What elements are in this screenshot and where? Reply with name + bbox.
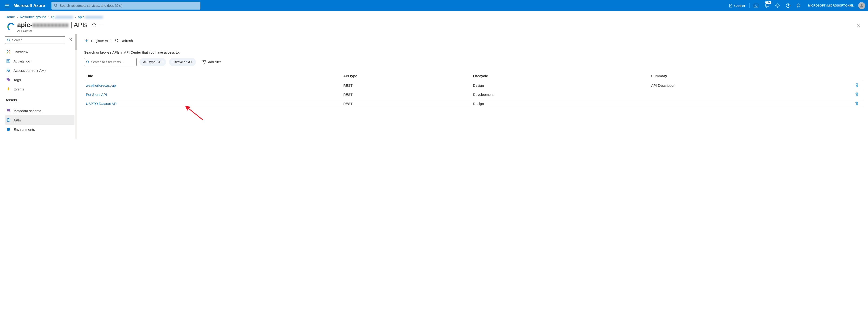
notification-badge: 20+ — [765, 1, 771, 4]
cloud-shell-icon[interactable] — [751, 0, 761, 11]
sidebar-item-label: Environments — [13, 128, 35, 132]
sidebar-search-input[interactable] — [12, 38, 63, 42]
crumb-rg-name[interactable]: rg-xxxxxxxxxx — [51, 15, 73, 19]
crumb-apic[interactable]: apic-xxxxxxxxxx — [78, 15, 103, 19]
sidebar-item-label: Overview — [13, 50, 28, 54]
feedback-icon[interactable] — [794, 0, 804, 11]
cell-apitype: REST — [341, 90, 471, 99]
account-label[interactable]: MICROSOFT (MICROSOFT.ONMI... — [804, 4, 858, 7]
crumb-home[interactable]: Home — [6, 15, 15, 19]
apis-icon — [6, 118, 11, 122]
hamburger-icon[interactable] — [2, 0, 12, 11]
cell-apitype: REST — [341, 81, 471, 90]
svg-point-22 — [7, 128, 10, 131]
sidebar-item-label: Tags — [13, 78, 21, 82]
svg-rect-17 — [7, 110, 8, 110]
page-subtitle: API Center — [17, 29, 88, 33]
sidebar: Overview Activity log Access control (IA… — [0, 34, 74, 139]
cell-apitype: REST — [341, 99, 471, 108]
help-icon[interactable] — [783, 0, 793, 11]
sidebar-item-tags[interactable]: Tags — [5, 75, 74, 84]
avatar[interactable] — [858, 2, 865, 9]
delete-icon[interactable] — [855, 92, 861, 96]
favorite-icon[interactable] — [92, 23, 96, 27]
svg-point-23 — [86, 61, 89, 63]
svg-point-6 — [7, 26, 9, 28]
cell-summary — [649, 99, 853, 108]
api-title-link[interactable]: Pet Store API — [86, 92, 107, 96]
global-search-input[interactable] — [60, 4, 198, 7]
page-header: apic-xxxxxxxxxx | APIs API Center ⋯ — [0, 19, 868, 34]
api-title-link[interactable]: weatherforecast-api — [86, 83, 117, 87]
more-icon[interactable]: ⋯ — [100, 23, 103, 27]
page-title: apic-xxxxxxxxxx | APIs — [17, 21, 88, 29]
environments-icon — [6, 127, 11, 132]
top-icon-group: Copilot 20+ MICROSOFT (MICROSOFT.ONMI... — [726, 0, 866, 11]
chevron-right-icon: › — [75, 15, 76, 19]
global-search[interactable] — [52, 2, 200, 9]
sidebar-item-metadata[interactable]: Metadata schema — [5, 106, 74, 115]
table-row: Pet Store APIRESTDevelopment — [84, 90, 862, 99]
svg-point-0 — [55, 4, 57, 6]
filter-icon — [203, 60, 206, 64]
cell-summary — [649, 90, 853, 99]
col-title[interactable]: Title — [84, 71, 341, 81]
sidebar-item-iam[interactable]: Access control (IAM) — [5, 66, 74, 75]
filter-search-input[interactable] — [91, 60, 134, 64]
svg-point-2 — [777, 5, 778, 6]
svg-rect-18 — [7, 111, 9, 111]
sidebar-item-label: Access control (IAM) — [13, 68, 45, 73]
cell-lifecycle: Design — [471, 99, 649, 108]
metadata-icon — [6, 108, 11, 113]
close-icon[interactable] — [855, 21, 862, 29]
brand-label[interactable]: Microsoft Azure — [12, 3, 49, 8]
sidebar-item-label: Metadata schema — [13, 109, 41, 113]
cell-lifecycle: Development — [471, 90, 649, 99]
delete-icon[interactable] — [855, 83, 861, 87]
scrollbar-track[interactable] — [75, 34, 77, 139]
col-lifecycle[interactable]: Lifecycle — [471, 71, 649, 81]
sidebar-item-label: APIs — [13, 118, 21, 122]
resource-icon — [5, 22, 16, 32]
search-icon — [86, 60, 90, 64]
cell-summary: API Description — [649, 81, 853, 90]
table-row: weatherforecast-apiRESTDesignAPI Descrip… — [84, 81, 862, 90]
col-summary[interactable]: Summary — [649, 71, 853, 81]
sidebar-item-overview[interactable]: Overview — [5, 47, 74, 56]
api-title-link[interactable]: USPTO Dataset API — [86, 102, 117, 106]
sidebar-item-label: Activity log — [13, 59, 30, 63]
main-content: ＋ Register API Refresh Search or browse … — [74, 34, 868, 139]
register-label: Register API — [91, 39, 110, 43]
filter-search[interactable] — [84, 58, 137, 66]
crumb-rg[interactable]: Resource groups — [20, 15, 46, 19]
chevron-right-icon: › — [17, 15, 18, 19]
add-filter-button[interactable]: Add filter — [199, 58, 225, 66]
sidebar-search[interactable] — [5, 36, 65, 44]
notifications-icon[interactable]: 20+ — [762, 0, 772, 11]
sidebar-item-environments[interactable]: Environments — [5, 125, 74, 134]
api-table: Title API type Lifecycle Summary weather… — [84, 71, 862, 108]
refresh-button[interactable]: Refresh — [115, 38, 133, 43]
overview-icon — [6, 49, 11, 54]
refresh-icon — [115, 38, 119, 43]
scrollbar-thumb[interactable] — [75, 34, 77, 50]
iam-icon — [6, 68, 11, 73]
sidebar-section-assets: Assets — [5, 94, 74, 103]
svg-rect-1 — [754, 4, 758, 7]
delete-icon[interactable] — [855, 102, 861, 106]
filter-pill-apitype[interactable]: API type : All — [140, 58, 166, 66]
tags-icon — [6, 77, 11, 82]
copilot-button[interactable]: Copilot — [726, 0, 748, 11]
settings-icon[interactable] — [772, 0, 782, 11]
filter-pill-lifecycle[interactable]: Lifecycle : All — [169, 58, 196, 66]
sidebar-item-activity[interactable]: Activity log — [5, 56, 74, 66]
cell-lifecycle: Design — [471, 81, 649, 90]
plus-icon: ＋ — [84, 38, 89, 43]
register-api-button[interactable]: ＋ Register API — [84, 38, 110, 43]
breadcrumb: Home › Resource groups › rg-xxxxxxxxxx ›… — [0, 11, 868, 19]
col-apitype[interactable]: API type — [341, 71, 471, 81]
sidebar-item-apis[interactable]: APIs — [5, 115, 74, 125]
sidebar-item-events[interactable]: Events — [5, 84, 74, 94]
chevron-right-icon: › — [48, 15, 49, 19]
collapse-icon[interactable] — [68, 38, 72, 41]
